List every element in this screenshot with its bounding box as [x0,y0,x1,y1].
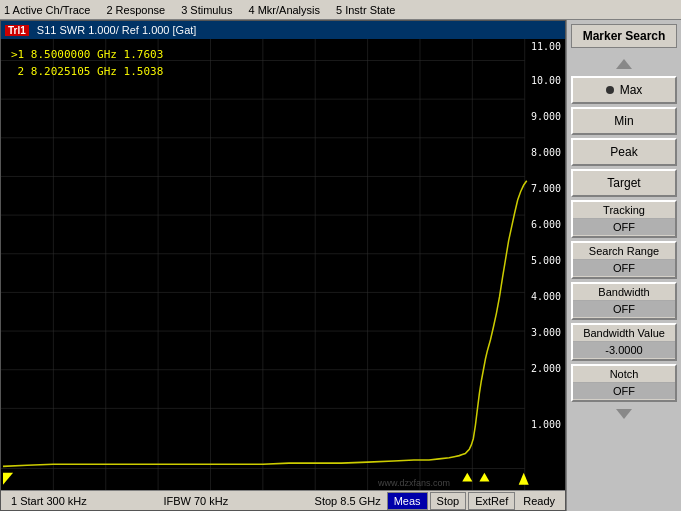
main-layout: Trl1 S11 SWR 1.000/ Ref 1.000 [Gat] >1 8… [0,20,681,511]
arrow-down-container[interactable] [571,405,677,423]
menu-item-4[interactable]: 4 Mkr/Analysis [248,4,320,16]
menu-item-5[interactable]: 5 Instr State [336,4,395,16]
status-ifbw: IFBW 70 kHz [132,495,259,507]
chart-area: Trl1 S11 SWR 1.000/ Ref 1.000 [Gat] >1 8… [0,20,566,511]
bandwidth-value-button[interactable]: Bandwidth Value -3.0000 [571,323,677,361]
min-button[interactable]: Min [571,107,677,135]
menu-item-2[interactable]: 2 Response [106,4,165,16]
status-bar: 1 Start 300 kHz IFBW 70 kHz Stop 8.5 GHz… [1,490,565,510]
tracking-button[interactable]: Tracking OFF [571,200,677,238]
min-label: Min [614,114,633,128]
y-label-10: 10.00 [531,75,561,86]
tracking-label: Tracking [573,202,675,219]
target-button[interactable]: Target [571,169,677,197]
y-label-6: 6.000 [531,219,561,230]
stop-marker-triangle [519,473,529,485]
y-label-2: 2.000 [531,363,561,374]
arrow-up-icon[interactable] [616,59,632,69]
bandwidth-label: Bandwidth [573,284,675,301]
y-label-8: 8.000 [531,147,561,158]
max-button[interactable]: Max [571,76,677,104]
marker1-triangle [479,473,489,482]
search-range-label: Search Range [573,243,675,260]
bandwidth-value-val: -3.0000 [573,342,675,358]
right-panel-title: Marker Search [571,24,677,48]
watermark: www.dzxfans.com [378,478,450,488]
stop-button[interactable]: Stop [430,492,467,510]
chart-content: >1 8.5000000 GHz 1.7603 2 8.2025105 GHz … [1,39,565,490]
menu-bar: 1 Active Ch/Trace 2 Response 3 Stimulus … [0,0,681,20]
marker-info: >1 8.5000000 GHz 1.7603 2 8.2025105 GHz … [11,47,163,80]
chart-header: Trl1 S11 SWR 1.000/ Ref 1.000 [Gat] [1,21,565,39]
arrow-down-icon[interactable] [616,409,632,419]
status-start: 1 Start 300 kHz [5,495,132,507]
meas-button[interactable]: Meas [387,492,428,510]
target-label: Target [607,176,640,190]
notch-value: OFF [573,383,675,399]
y-label-9: 9.000 [531,111,561,122]
status-stop: Stop 8.5 GHz [259,495,386,507]
notch-label: Notch [573,366,675,383]
extref-button[interactable]: ExtRef [468,492,515,510]
marker2-triangle [462,473,472,482]
max-label: Max [620,83,643,97]
peak-button[interactable]: Peak [571,138,677,166]
bandwidth-value: OFF [573,301,675,317]
y-label-4: 4.000 [531,291,561,302]
tracking-value: OFF [573,219,675,235]
y-label-5: 5.000 [531,255,561,266]
bandwidth-button[interactable]: Bandwidth OFF [571,282,677,320]
y-label-7: 7.000 [531,183,561,194]
search-range-value: OFF [573,260,675,276]
chart-header-info: S11 SWR 1.000/ Ref 1.000 [Gat] [37,24,197,36]
chart-svg [1,39,565,490]
peak-label: Peak [610,145,637,159]
search-range-button[interactable]: Search Range OFF [571,241,677,279]
ready-status: Ready [517,494,561,508]
marker-1: >1 8.5000000 GHz 1.7603 [11,47,163,64]
notch-button[interactable]: Notch OFF [571,364,677,402]
y-label-max: 11.00 [531,41,561,52]
menu-item-3[interactable]: 3 Stimulus [181,4,232,16]
trace-badge: Trl1 [5,25,29,36]
max-dot [606,86,614,94]
y-label-1: 1.000 [531,419,561,430]
menu-item-1[interactable]: 1 Active Ch/Trace [4,4,90,16]
swr-trace [3,181,527,467]
right-panel: Marker Search Max Min Peak Target Tracki… [566,20,681,511]
arrow-up-container[interactable] [571,55,677,73]
status-buttons: Meas Stop ExtRef Ready [387,492,561,510]
y-label-3: 3.000 [531,327,561,338]
bandwidth-value-label: Bandwidth Value [573,325,675,342]
start-marker-triangle [3,473,13,485]
marker-2: 2 8.2025105 GHz 1.5038 [11,64,163,81]
